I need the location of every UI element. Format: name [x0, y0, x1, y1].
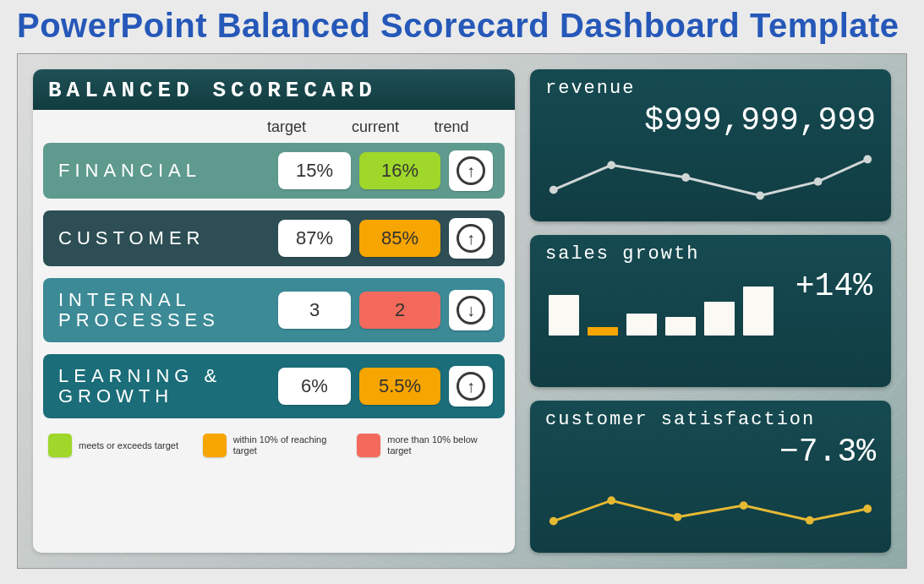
cell-target-internal: 3: [278, 292, 351, 329]
kpi-title-revenue: revenue: [545, 78, 876, 99]
svg-point-0: [549, 186, 558, 194]
col-header-trend: trend: [422, 118, 481, 136]
slide-canvas: BALANCED SCORECARD target current trend …: [17, 53, 907, 569]
legend-item-orange: within 10% of reaching target: [203, 434, 349, 457]
bar: [704, 302, 735, 336]
row-label-customer: CUSTOMER: [58, 228, 270, 248]
page-title: PowerPoint Balanced Scorecard Dashboard …: [17, 7, 907, 45]
cell-current-learning: 5.5%: [359, 368, 440, 405]
svg-point-8: [674, 513, 682, 521]
arrow-up-icon: ↑: [457, 156, 485, 185]
svg-point-11: [863, 505, 872, 513]
scorecard-legend: meets or exceeds target within 10% of re…: [33, 430, 515, 466]
cell-target-learning: 6%: [278, 368, 351, 405]
legend-text-red: more than 10% below target: [387, 434, 497, 456]
svg-point-1: [607, 161, 615, 169]
bar: [743, 287, 774, 336]
arrow-up-icon: ↑: [457, 224, 485, 253]
arrow-up-icon: ↑: [457, 372, 485, 401]
bar-highlight: [588, 327, 618, 336]
svg-point-5: [863, 156, 872, 164]
scorecard-row-learning: LEARNING & GROWTH 6% 5.5% ↑: [43, 354, 505, 418]
row-label-financial: FINANCIAL: [58, 161, 270, 181]
cell-trend-customer: ↑: [449, 218, 493, 259]
scorecard-row-customer: CUSTOMER 87% 85% ↑: [43, 210, 505, 266]
cell-target-customer: 87%: [278, 220, 351, 257]
svg-point-10: [806, 516, 814, 525]
legend-swatch-orange: [203, 434, 227, 457]
kpi-column: revenue $999,999,999 sales growth: [530, 69, 891, 553]
legend-item-green: meets or exceeds target: [48, 434, 194, 457]
bar: [549, 295, 579, 336]
legend-swatch-red: [357, 434, 380, 457]
svg-point-4: [814, 177, 823, 186]
scorecard-row-internal: INTERNAL PROCESSES 3 2 ↓: [43, 278, 505, 342]
kpi-title-csat: customer satisfaction: [545, 409, 876, 430]
bar-chart-sales: [545, 268, 774, 336]
scorecard-column-headers: target current trend: [33, 110, 515, 143]
arrow-down-icon: ↓: [457, 296, 485, 325]
legend-text-green: meets or exceeds target: [79, 440, 178, 451]
cell-trend-financial: ↑: [449, 150, 493, 191]
svg-point-6: [549, 517, 558, 526]
sparkline-csat: [545, 475, 876, 543]
kpi-card-sales-growth: sales growth +14%: [530, 235, 891, 387]
kpi-card-revenue: revenue $999,999,999: [530, 69, 891, 221]
cell-trend-learning: ↑: [449, 366, 493, 407]
row-label-internal: INTERNAL PROCESSES: [58, 290, 270, 330]
cell-current-customer: 85%: [359, 220, 440, 257]
cell-trend-internal: ↓: [449, 290, 493, 330]
cell-current-internal: 2: [359, 292, 440, 329]
svg-point-9: [740, 501, 748, 510]
kpi-card-csat: customer satisfaction −7.3%: [530, 401, 891, 553]
kpi-value-revenue: $999,999,999: [545, 102, 876, 139]
svg-point-7: [607, 496, 615, 505]
kpi-title-sales: sales growth: [545, 243, 876, 265]
cell-target-financial: 15%: [278, 152, 351, 189]
scorecard-panel: BALANCED SCORECARD target current trend …: [33, 69, 515, 553]
kpi-value-sales: +14%: [796, 268, 876, 304]
row-label-learning: LEARNING & GROWTH: [58, 366, 270, 407]
col-header-target: target: [244, 118, 329, 136]
legend-text-orange: within 10% of reaching target: [233, 434, 343, 456]
svg-point-2: [681, 173, 690, 182]
kpi-value-csat: −7.3%: [545, 434, 876, 470]
scorecard-row-financial: FINANCIAL 15% 16% ↑: [43, 143, 505, 199]
cell-current-financial: 16%: [359, 152, 440, 189]
legend-item-red: more than 10% below target: [357, 434, 503, 457]
scorecard-heading: BALANCED SCORECARD: [33, 69, 515, 110]
bar: [626, 314, 657, 336]
col-header-current: current: [329, 118, 422, 136]
svg-point-3: [756, 192, 764, 200]
bar: [665, 317, 696, 336]
sparkline-revenue: [545, 144, 876, 211]
legend-swatch-green: [48, 434, 72, 457]
